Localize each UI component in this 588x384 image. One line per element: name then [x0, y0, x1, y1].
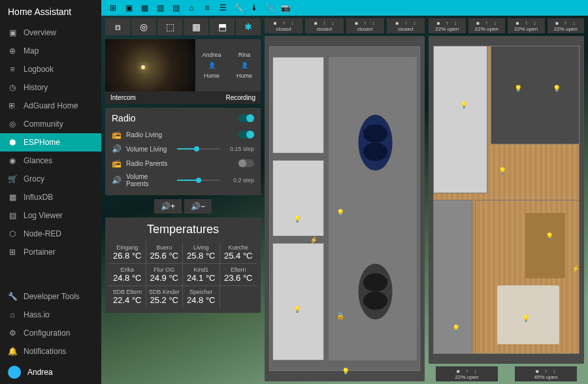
- slider[interactable]: [177, 148, 220, 150]
- sidebar-item-logbook[interactable]: ≡Logbook: [0, 60, 101, 78]
- toggle[interactable]: [238, 159, 254, 167]
- cover-stop-button[interactable]: ■: [435, 20, 442, 26]
- topbar-icon[interactable]: ▥: [155, 3, 165, 13]
- sidebar-item-portainer[interactable]: ⊞Portainer: [0, 243, 101, 261]
- cover-down-button[interactable]: ↓: [370, 20, 377, 26]
- cover-down-button[interactable]: ↓: [411, 20, 417, 26]
- slider[interactable]: [177, 180, 220, 181]
- light-icon[interactable]: 💡: [498, 167, 506, 174]
- sidebar-item-overview[interactable]: ▣Overview: [0, 24, 101, 42]
- cover-up-button[interactable]: ↑: [280, 20, 287, 26]
- cover-up-button[interactable]: ↑: [543, 368, 549, 374]
- radio-master-toggle[interactable]: [238, 114, 254, 122]
- user-row[interactable]: Andrea: [0, 360, 101, 384]
- cover-stop-button[interactable]: ■: [554, 20, 561, 26]
- light-icon[interactable]: 💡: [336, 209, 344, 216]
- cover-down-button[interactable]: ↓: [531, 20, 538, 26]
- topbar-icon[interactable]: ⌂: [186, 3, 197, 13]
- sidebar-item-notifications[interactable]: 🔔Notifications: [0, 342, 101, 360]
- floorplan-image[interactable]: 💡 💡 💡 💡 💡 💡 ⚡ 💡: [429, 36, 584, 364]
- light-icon[interactable]: 💡: [553, 85, 561, 92]
- sidebar-item-adguard-home[interactable]: ⛨AdGuard Home: [0, 97, 101, 115]
- sidebar-item-developer-tools[interactable]: 🔧Developer Tools: [0, 287, 101, 306]
- light-icon[interactable]: 💡: [342, 368, 350, 375]
- cover-up-button[interactable]: ↑: [402, 20, 409, 26]
- person-rina[interactable]: Rina 👤 Home: [228, 39, 261, 91]
- toggle[interactable]: [238, 131, 254, 138]
- appliance-button[interactable]: ⬒: [210, 18, 235, 35]
- light-icon[interactable]: 💡: [293, 216, 301, 223]
- light-icon[interactable]: 💡: [522, 315, 530, 322]
- cover-stop-button[interactable]: ■: [394, 20, 400, 26]
- cover-up-button[interactable]: ↑: [563, 20, 569, 26]
- cover-up-button[interactable]: ↑: [464, 368, 470, 374]
- lock-icon[interactable]: 🔒: [336, 312, 344, 319]
- sidebar-item-esphome[interactable]: ⬢ESPHome: [0, 133, 101, 152]
- sidebar-item-history[interactable]: ◷History: [0, 78, 101, 97]
- power-icon[interactable]: ⚡: [310, 236, 318, 244]
- cover-up-button[interactable]: ↑: [523, 20, 529, 26]
- temp-cell[interactable]: [220, 286, 257, 308]
- cover-stop-button[interactable]: ■: [475, 20, 482, 26]
- sidebar-item-influxdb[interactable]: ▦InfluxDB: [0, 188, 101, 206]
- topbar-icon[interactable]: 📷: [280, 3, 291, 13]
- temp-cell[interactable]: Eltern23.6 °C: [220, 264, 257, 286]
- cover-down-button[interactable]: ↓: [289, 20, 295, 26]
- power-icon[interactable]: ⚡: [572, 265, 580, 272]
- topbar-icon[interactable]: ▣: [123, 3, 134, 13]
- topbar-icon[interactable]: ☰: [218, 3, 228, 13]
- light-icon[interactable]: 💡: [546, 232, 553, 240]
- sidebar-item-glances[interactable]: ◉Glances: [0, 152, 101, 170]
- volume-down-button[interactable]: 🔊−: [184, 199, 212, 214]
- cover-up-button[interactable]: ↑: [321, 20, 327, 26]
- cover-up-button[interactable]: ↑: [444, 20, 450, 26]
- cover-stop-button[interactable]: ■: [455, 368, 462, 374]
- appliance-button[interactable]: ◎: [131, 18, 156, 35]
- light-icon[interactable]: 💡: [460, 101, 468, 108]
- temp-cell[interactable]: Speicher24.8 °C: [183, 286, 220, 308]
- sidebar-item-hass.io[interactable]: ⌂Hass.io: [0, 306, 101, 324]
- sidebar-item-node-red[interactable]: ⬡Node-RED: [0, 225, 101, 243]
- temp-cell[interactable]: SDB Kinder25.2 °C: [146, 286, 184, 308]
- cover-up-button[interactable]: ↑: [483, 20, 490, 26]
- appliance-button[interactable]: ▦: [184, 18, 208, 35]
- cover-down-button[interactable]: ↓: [452, 20, 459, 26]
- cover-down-button[interactable]: ↓: [492, 20, 498, 26]
- appliance-button[interactable]: ✱: [236, 18, 261, 35]
- topbar-icon[interactable]: ⊞: [108, 3, 118, 13]
- appliance-button[interactable]: ⧈: [105, 18, 130, 35]
- cover-down-button[interactable]: ↓: [571, 20, 578, 26]
- person-andrea[interactable]: Andrea 👤 Home: [195, 39, 228, 91]
- cover-stop-button[interactable]: ■: [272, 20, 278, 26]
- cover-stop-button[interactable]: ■: [312, 20, 319, 26]
- cover-down-button[interactable]: ↓: [551, 368, 558, 374]
- camera-feed[interactable]: [105, 39, 195, 91]
- topbar-icon[interactable]: 🔧: [233, 3, 244, 13]
- temp-cell[interactable]: Eingang26.8 °C: [109, 242, 146, 264]
- volume-up-button[interactable]: 🔊+: [154, 199, 182, 214]
- cover-stop-button[interactable]: ■: [514, 20, 521, 26]
- sidebar-item-configuration[interactable]: ⚙Configuration: [0, 324, 101, 342]
- temp-cell[interactable]: Flur OG24.9 °C: [146, 264, 184, 286]
- topbar-icon[interactable]: 📎: [265, 3, 275, 13]
- cover-stop-button[interactable]: ■: [353, 20, 360, 26]
- cover-up-button[interactable]: ↑: [362, 20, 368, 26]
- floorplan-image[interactable]: 💡 💡 ⚡ 💡 🔒 💡: [265, 36, 425, 381]
- temp-cell[interactable]: Kueche25.4 °C: [220, 242, 257, 264]
- sidebar-item-log-viewer[interactable]: ▤Log Viewer: [0, 206, 101, 225]
- topbar-icon[interactable]: ▦: [139, 3, 150, 13]
- sidebar-item-map[interactable]: ⊕Map: [0, 42, 101, 60]
- cover-down-button[interactable]: ↓: [329, 20, 336, 26]
- appliance-button[interactable]: ⬚: [157, 18, 182, 35]
- temp-cell[interactable]: Kind124.1 °C: [183, 264, 220, 286]
- light-icon[interactable]: 💡: [452, 325, 460, 332]
- temp-cell[interactable]: Living25.8 °C: [183, 242, 220, 264]
- temp-cell[interactable]: SDB Eltern22.4 °C: [109, 286, 146, 308]
- temp-cell[interactable]: Buero25.6 °C: [146, 242, 184, 264]
- sidebar-item-grocy[interactable]: 🛒Grocy: [0, 170, 101, 188]
- light-icon[interactable]: 💡: [514, 85, 522, 92]
- cover-stop-button[interactable]: ■: [534, 368, 541, 374]
- temp-cell[interactable]: Erika24.8 °C: [109, 264, 146, 286]
- topbar-icon[interactable]: ▤: [171, 3, 181, 13]
- light-icon[interactable]: 💡: [293, 306, 301, 313]
